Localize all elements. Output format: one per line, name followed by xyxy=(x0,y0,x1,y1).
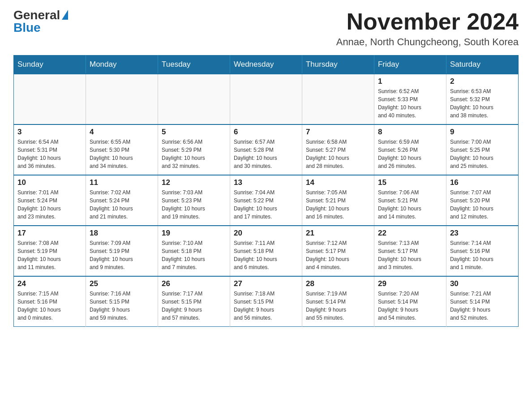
day-info: Sunrise: 7:12 AM Sunset: 5:17 PM Dayligh… xyxy=(306,239,370,271)
day-number: 12 xyxy=(162,178,226,187)
logo-triangle-icon xyxy=(62,10,68,20)
calendar-cell: 6Sunrise: 6:57 AM Sunset: 5:28 PM Daylig… xyxy=(230,124,302,175)
calendar-cell: 5Sunrise: 6:56 AM Sunset: 5:29 PM Daylig… xyxy=(158,124,230,175)
week-row-4: 17Sunrise: 7:08 AM Sunset: 5:19 PM Dayli… xyxy=(14,226,519,276)
calendar-cell: 3Sunrise: 6:54 AM Sunset: 5:31 PM Daylig… xyxy=(14,124,86,175)
calendar-cell: 11Sunrise: 7:02 AM Sunset: 5:24 PM Dayli… xyxy=(86,175,158,226)
calendar-cell: 12Sunrise: 7:03 AM Sunset: 5:23 PM Dayli… xyxy=(158,175,230,226)
day-number: 10 xyxy=(17,178,82,187)
day-info: Sunrise: 7:09 AM Sunset: 5:19 PM Dayligh… xyxy=(90,239,154,271)
day-info: Sunrise: 6:57 AM Sunset: 5:28 PM Dayligh… xyxy=(234,138,298,170)
calendar-cell: 13Sunrise: 7:04 AM Sunset: 5:22 PM Dayli… xyxy=(230,175,302,226)
day-number: 23 xyxy=(450,229,515,238)
logo: General Blue xyxy=(13,9,68,34)
calendar-cell xyxy=(86,74,158,124)
day-info: Sunrise: 7:18 AM Sunset: 5:15 PM Dayligh… xyxy=(234,290,298,322)
calendar-cell: 25Sunrise: 7:16 AM Sunset: 5:15 PM Dayli… xyxy=(86,276,158,327)
day-number: 17 xyxy=(17,229,82,238)
day-info: Sunrise: 7:13 AM Sunset: 5:17 PM Dayligh… xyxy=(378,239,442,271)
day-number: 20 xyxy=(234,229,298,238)
day-number: 18 xyxy=(90,229,154,238)
day-info: Sunrise: 7:14 AM Sunset: 5:16 PM Dayligh… xyxy=(450,239,515,271)
day-header-sunday: Sunday xyxy=(14,56,86,74)
day-number: 24 xyxy=(17,279,82,288)
day-number: 9 xyxy=(450,128,515,137)
day-info: Sunrise: 7:16 AM Sunset: 5:15 PM Dayligh… xyxy=(90,290,154,322)
day-info: Sunrise: 6:59 AM Sunset: 5:26 PM Dayligh… xyxy=(378,138,442,170)
day-info: Sunrise: 6:54 AM Sunset: 5:31 PM Dayligh… xyxy=(17,138,82,170)
day-number: 28 xyxy=(306,279,370,288)
day-number: 19 xyxy=(162,229,226,238)
week-row-3: 10Sunrise: 7:01 AM Sunset: 5:24 PM Dayli… xyxy=(14,175,519,226)
calendar-cell: 1Sunrise: 6:52 AM Sunset: 5:33 PM Daylig… xyxy=(374,74,446,124)
day-info: Sunrise: 7:05 AM Sunset: 5:21 PM Dayligh… xyxy=(306,188,370,221)
day-number: 14 xyxy=(306,178,370,187)
day-info: Sunrise: 7:04 AM Sunset: 5:22 PM Dayligh… xyxy=(234,188,298,221)
day-info: Sunrise: 6:55 AM Sunset: 5:30 PM Dayligh… xyxy=(90,138,154,170)
day-header-wednesday: Wednesday xyxy=(230,56,302,74)
day-number: 11 xyxy=(90,178,154,187)
calendar-cell: 30Sunrise: 7:21 AM Sunset: 5:14 PM Dayli… xyxy=(446,276,518,327)
day-number: 1 xyxy=(378,77,442,86)
calendar-cell: 20Sunrise: 7:11 AM Sunset: 5:18 PM Dayli… xyxy=(230,226,302,276)
day-header-tuesday: Tuesday xyxy=(158,56,230,74)
calendar-cell xyxy=(14,74,86,124)
day-header-thursday: Thursday xyxy=(302,56,374,74)
day-number: 25 xyxy=(90,279,154,288)
calendar-cell: 21Sunrise: 7:12 AM Sunset: 5:17 PM Dayli… xyxy=(302,226,374,276)
title-section: November 2024 Annae, North Chungcheong, … xyxy=(336,9,519,48)
day-number: 21 xyxy=(306,229,370,238)
calendar-cell: 24Sunrise: 7:15 AM Sunset: 5:16 PM Dayli… xyxy=(14,276,86,327)
day-info: Sunrise: 7:07 AM Sunset: 5:20 PM Dayligh… xyxy=(450,188,515,221)
calendar-cell xyxy=(158,74,230,124)
day-header-monday: Monday xyxy=(86,56,158,74)
day-info: Sunrise: 7:20 AM Sunset: 5:14 PM Dayligh… xyxy=(378,290,442,322)
day-info: Sunrise: 6:58 AM Sunset: 5:27 PM Dayligh… xyxy=(306,138,370,170)
day-number: 8 xyxy=(378,128,442,137)
day-info: Sunrise: 6:53 AM Sunset: 5:32 PM Dayligh… xyxy=(450,87,515,120)
day-info: Sunrise: 7:19 AM Sunset: 5:14 PM Dayligh… xyxy=(306,290,370,322)
day-info: Sunrise: 7:02 AM Sunset: 5:24 PM Dayligh… xyxy=(90,188,154,221)
calendar-cell: 9Sunrise: 7:00 AM Sunset: 5:25 PM Daylig… xyxy=(446,124,518,175)
day-info: Sunrise: 6:52 AM Sunset: 5:33 PM Dayligh… xyxy=(378,87,442,120)
week-row-2: 3Sunrise: 6:54 AM Sunset: 5:31 PM Daylig… xyxy=(14,124,519,175)
calendar-table: SundayMondayTuesdayWednesdayThursdayFrid… xyxy=(13,55,519,327)
day-info: Sunrise: 7:21 AM Sunset: 5:14 PM Dayligh… xyxy=(450,290,515,322)
day-info: Sunrise: 7:00 AM Sunset: 5:25 PM Dayligh… xyxy=(450,138,515,170)
logo-general-text: General xyxy=(13,9,60,21)
calendar-cell: 2Sunrise: 6:53 AM Sunset: 5:32 PM Daylig… xyxy=(446,74,518,124)
day-number: 15 xyxy=(378,178,442,187)
calendar-cell: 14Sunrise: 7:05 AM Sunset: 5:21 PM Dayli… xyxy=(302,175,374,226)
month-title: November 2024 xyxy=(336,9,519,34)
day-header-friday: Friday xyxy=(374,56,446,74)
calendar-cell xyxy=(302,74,374,124)
day-info: Sunrise: 7:01 AM Sunset: 5:24 PM Dayligh… xyxy=(17,188,82,221)
day-number: 22 xyxy=(378,229,442,238)
calendar-cell: 22Sunrise: 7:13 AM Sunset: 5:17 PM Dayli… xyxy=(374,226,446,276)
day-number: 13 xyxy=(234,178,298,187)
day-number: 4 xyxy=(90,128,154,137)
calendar-cell: 26Sunrise: 7:17 AM Sunset: 5:15 PM Dayli… xyxy=(158,276,230,327)
day-info: Sunrise: 7:03 AM Sunset: 5:23 PM Dayligh… xyxy=(162,188,226,221)
calendar-cell: 23Sunrise: 7:14 AM Sunset: 5:16 PM Dayli… xyxy=(446,226,518,276)
week-row-5: 24Sunrise: 7:15 AM Sunset: 5:16 PM Dayli… xyxy=(14,276,519,327)
day-info: Sunrise: 6:56 AM Sunset: 5:29 PM Dayligh… xyxy=(162,138,226,170)
day-number: 7 xyxy=(306,128,370,137)
day-number: 5 xyxy=(162,128,226,137)
calendar-cell: 17Sunrise: 7:08 AM Sunset: 5:19 PM Dayli… xyxy=(14,226,86,276)
day-info: Sunrise: 7:15 AM Sunset: 5:16 PM Dayligh… xyxy=(17,290,82,322)
day-info: Sunrise: 7:17 AM Sunset: 5:15 PM Dayligh… xyxy=(162,290,226,322)
day-info: Sunrise: 7:06 AM Sunset: 5:21 PM Dayligh… xyxy=(378,188,442,221)
day-info: Sunrise: 7:08 AM Sunset: 5:19 PM Dayligh… xyxy=(17,239,82,271)
day-number: 26 xyxy=(162,279,226,288)
calendar-cell xyxy=(230,74,302,124)
calendar-cell: 4Sunrise: 6:55 AM Sunset: 5:30 PM Daylig… xyxy=(86,124,158,175)
day-info: Sunrise: 7:10 AM Sunset: 5:18 PM Dayligh… xyxy=(162,239,226,271)
week-row-1: 1Sunrise: 6:52 AM Sunset: 5:33 PM Daylig… xyxy=(14,74,519,124)
day-number: 3 xyxy=(17,128,82,137)
header: General Blue November 2024 Annae, North … xyxy=(13,9,519,48)
calendar-cell: 7Sunrise: 6:58 AM Sunset: 5:27 PM Daylig… xyxy=(302,124,374,175)
day-number: 6 xyxy=(234,128,298,137)
calendar-cell: 15Sunrise: 7:06 AM Sunset: 5:21 PM Dayli… xyxy=(374,175,446,226)
days-header-row: SundayMondayTuesdayWednesdayThursdayFrid… xyxy=(14,56,519,74)
